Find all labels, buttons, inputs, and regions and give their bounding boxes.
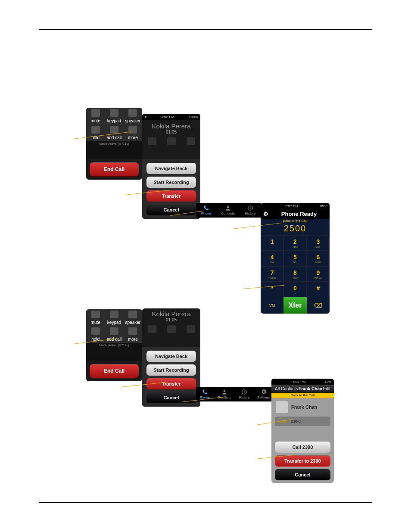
- more-button[interactable]: more: [124, 124, 142, 141]
- speaker-button[interactable]: speaker: [124, 108, 142, 124]
- clock-icon: [241, 389, 247, 395]
- call-screen-a: mute keypad speaker hold add call more M…: [86, 108, 142, 180]
- mute-label: mute: [91, 118, 100, 123]
- dialer-status-bar: 2:57 PM85%: [261, 203, 330, 209]
- dialer-status-time: 2:57 PM: [285, 204, 298, 208]
- contact-row-name: Frank Chan: [291, 404, 318, 410]
- tab-contacts-label: Contacts: [221, 212, 235, 215]
- call-button[interactable]: Call 2300: [275, 442, 330, 453]
- cancel-button[interactable]: Cancel: [146, 204, 196, 215]
- hold-button[interactable]: hold: [86, 124, 105, 141]
- key-5[interactable]: 5JKL: [283, 251, 306, 266]
- key-1[interactable]: 1: [261, 235, 283, 251]
- tab-bar-b: Phone Contacts History Settings: [196, 387, 274, 401]
- contact-status-batt: 43%: [324, 380, 331, 384]
- navigate-back-button[interactable]: Navigate Back: [146, 163, 196, 174]
- addcall-button[interactable]: add call: [105, 326, 123, 343]
- carrier-icon: ▾: [145, 115, 146, 119]
- phone-icon: [202, 389, 208, 395]
- cancel-button[interactable]: Cancel: [146, 392, 196, 403]
- key-7[interactable]: 7PQRS: [261, 266, 283, 282]
- settings-icon[interactable]: ⚙: [263, 211, 268, 217]
- more-sheet-a: ▾3:52 PM100% Kokila Perera 01:05 Navigat…: [142, 114, 200, 219]
- more-label: more: [128, 135, 138, 140]
- contact-status-time: 4:07 PM: [293, 380, 306, 384]
- mute-button[interactable]: mute: [86, 108, 105, 124]
- dialer-screen: 2:57 PM85% ⚙Phone Ready Back to the Call…: [261, 203, 330, 314]
- media-status: Media Active: (G711u): [86, 141, 142, 146]
- more-label: more: [128, 337, 138, 342]
- dialer-status-batt: 85%: [320, 204, 327, 208]
- phone-number: 230-0: [291, 419, 301, 423]
- start-recording-button[interactable]: Start Recording: [146, 177, 196, 188]
- tab-phone[interactable]: Phone: [201, 205, 211, 215]
- tab-history-label: History: [239, 395, 249, 399]
- rule-top: [39, 29, 372, 30]
- caller-name: Kokila Perera: [142, 122, 200, 130]
- addcall-label: add call: [107, 135, 121, 140]
- cancel-button[interactable]: Cancel: [275, 469, 330, 480]
- end-call-button[interactable]: End Call: [90, 364, 139, 378]
- key-8[interactable]: 8TUV: [283, 266, 306, 282]
- key-6[interactable]: 6MNO: [307, 251, 330, 266]
- tab-settings[interactable]: Settings: [257, 389, 270, 399]
- keypad-button[interactable]: keypad: [105, 309, 123, 326]
- mute-button[interactable]: mute: [86, 309, 105, 326]
- key-0[interactable]: 0+: [283, 282, 306, 297]
- keypad-label: keypad: [107, 118, 121, 123]
- key-3[interactable]: 3DEF: [307, 235, 330, 251]
- keypad: 1 2ABC 3DEF 4GHI 5JKL 6MNO 7PQRS 8TUV 9W…: [261, 235, 330, 297]
- transfer-button[interactable]: Transfer: [146, 378, 196, 389]
- caller-name: Kokila Perera: [142, 310, 200, 317]
- end-call-button[interactable]: End Call: [90, 162, 139, 176]
- contact-title: Frank Chan: [299, 386, 322, 391]
- status-batt: 100%: [189, 115, 198, 119]
- keypad-button[interactable]: keypad: [105, 108, 123, 124]
- tab-phone-label: Phone: [201, 212, 211, 215]
- xfer-button[interactable]: Xfer: [283, 297, 306, 314]
- call-duration: 01:05: [142, 317, 200, 322]
- call-screen-b: mute keypad speaker hold add call more M…: [86, 309, 142, 381]
- clock-icon: [247, 205, 253, 211]
- transfer-to-button[interactable]: Transfer to 2300: [275, 455, 330, 467]
- key-4[interactable]: 4GHI: [261, 251, 283, 266]
- key-2[interactable]: 2ABC: [283, 235, 306, 251]
- mute-label: mute: [91, 320, 100, 325]
- tab-bar-a: Phone Contacts History: [196, 203, 261, 218]
- svg-point-0: [227, 206, 229, 208]
- tab-history[interactable]: History: [245, 205, 255, 215]
- more-button[interactable]: more: [124, 326, 142, 343]
- avatar: [276, 401, 288, 413]
- tab-phone[interactable]: Phone: [200, 389, 210, 399]
- all-contacts-button[interactable]: All Contacts: [275, 386, 298, 391]
- status-bar: ▾3:52 PM100%: [142, 114, 200, 120]
- key-9[interactable]: 9WXYZ: [307, 266, 330, 282]
- speaker-button[interactable]: speaker: [124, 309, 142, 326]
- key-hash[interactable]: #: [307, 282, 330, 297]
- gear-icon: [261, 389, 267, 395]
- contact-status-bar: 4:07 PM43%: [271, 379, 334, 385]
- call-duration: 01:05: [142, 130, 200, 134]
- navigate-back-button[interactable]: Navigate Back: [146, 351, 196, 362]
- backspace-button[interactable]: ⌫: [307, 297, 330, 314]
- key-star[interactable]: *: [261, 282, 283, 297]
- tab-history[interactable]: History: [239, 389, 249, 399]
- edit-button[interactable]: Edit: [323, 386, 330, 391]
- tab-history-label: History: [245, 212, 255, 215]
- svg-point-2: [223, 390, 225, 392]
- dialed-number: 2500: [261, 223, 330, 235]
- back-to-call-button[interactable]: Back to the Call: [271, 393, 334, 398]
- person-icon: [221, 389, 227, 395]
- person-icon: [225, 205, 231, 211]
- tab-contacts[interactable]: Contacts: [218, 389, 231, 399]
- status-time: 3:52 PM: [161, 115, 174, 119]
- start-recording-button[interactable]: Start Recording: [146, 364, 196, 376]
- phone-ready-label: Phone Ready: [281, 211, 317, 217]
- back-to-call-button[interactable]: Back to the Call: [261, 219, 330, 223]
- keypad-label: keypad: [107, 320, 121, 325]
- contact-phone-row[interactable]: Work 230-0: [275, 417, 330, 426]
- voicemail-button[interactable]: VM: [261, 297, 283, 314]
- tab-contacts[interactable]: Contacts: [221, 205, 235, 215]
- rule-bottom: [39, 502, 372, 503]
- speaker-label: speaker: [125, 320, 141, 325]
